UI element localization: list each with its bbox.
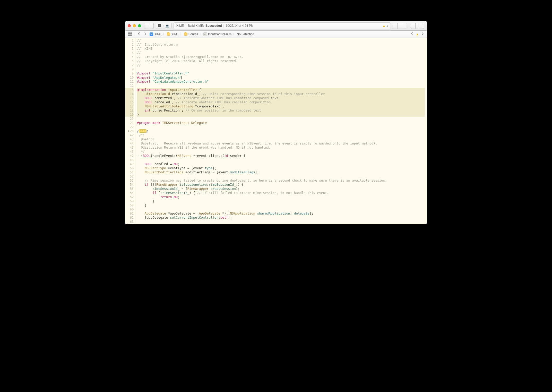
- project-icon: ⌘: [150, 32, 153, 36]
- jump-bar: | ⌘XIME〉XIME〉Source〉mInputController.m〉N…: [125, 31, 427, 38]
- previous-issue-button[interactable]: [409, 32, 415, 37]
- text-cursor: [182, 76, 182, 79]
- xcode-window: 🅰︎ › 💻 XIME | Build XIME: Succeeded | 10…: [125, 21, 427, 224]
- jump-bar-item[interactable]: mInputController.m: [203, 32, 232, 36]
- status-action: Build XIME:: [188, 24, 204, 28]
- source-editor[interactable]: 1234567891011121314151617181920212223424…: [125, 38, 427, 224]
- run-stop-segment: [145, 23, 154, 29]
- next-issue-button[interactable]: [420, 32, 425, 37]
- editor-mode-segment: [393, 23, 406, 29]
- scheme-selector[interactable]: 🅰︎ › 💻: [156, 23, 171, 29]
- toggle-navigator-button[interactable]: [411, 23, 415, 29]
- app-icon: 🅰︎: [158, 24, 161, 28]
- code-fold-indicator[interactable]: •••: [139, 129, 146, 133]
- issues-badge[interactable]: ▲ 1: [383, 24, 388, 27]
- stop-button[interactable]: [149, 23, 154, 29]
- warning-count: 1: [386, 24, 388, 27]
- mfile-icon: m: [203, 32, 207, 36]
- toolbar: 🅰︎ › 💻 XIME | Build XIME: Succeeded | 10…: [125, 21, 427, 31]
- jump-bar-item-label: No Selection: [237, 32, 254, 36]
- jump-bar-item-label: XIME: [171, 32, 179, 36]
- activity-status[interactable]: XIME | Build XIME: Succeeded | 10/27/14 …: [174, 22, 391, 29]
- folder-icon: [184, 33, 187, 36]
- line-number-gutter: 1234567891011121314151617181920212223424…: [125, 38, 135, 224]
- standard-editor-button[interactable]: [393, 23, 397, 29]
- warning-icon: ▲: [383, 24, 385, 27]
- jump-bar-item[interactable]: XIME: [166, 32, 179, 36]
- warning-icon: ▲: [416, 32, 419, 36]
- zoom-window-button[interactable]: [138, 24, 141, 27]
- go-back-button[interactable]: [136, 32, 142, 37]
- close-window-button[interactable]: [128, 24, 131, 27]
- assistant-editor-button[interactable]: [397, 23, 402, 29]
- destination-icon: 💻: [165, 24, 169, 28]
- minimize-window-button[interactable]: [133, 24, 136, 27]
- toggle-utilities-button[interactable]: [420, 23, 424, 29]
- chevron-left-icon: [411, 32, 413, 35]
- chevron-right-icon: [144, 32, 146, 35]
- toggle-debug-area-button[interactable]: [415, 23, 420, 29]
- jump-bar-item[interactable]: ⌘XIME: [149, 32, 162, 36]
- chevron-right-icon: [421, 32, 424, 35]
- jump-bar-item[interactable]: Source: [184, 32, 199, 36]
- jump-bar-item-label: Source: [188, 32, 198, 36]
- status-time: 10/27/14 at 4:24 PM: [226, 24, 254, 28]
- related-items-button[interactable]: [127, 32, 133, 37]
- version-editor-button[interactable]: [402, 23, 406, 29]
- jump-bar-item-label: InputController.m: [208, 32, 231, 36]
- go-forward-button[interactable]: [143, 32, 148, 37]
- status-project: XIME: [176, 24, 184, 28]
- window-controls: [128, 24, 141, 27]
- run-button[interactable]: [145, 23, 149, 29]
- jump-bar-path: ⌘XIME〉XIME〉Source〉mInputController.m〉No …: [149, 32, 255, 36]
- chevron-left-icon: [138, 32, 140, 35]
- status-result: Succeeded: [205, 24, 222, 28]
- code-area[interactable]: //// InputController.m// XIME//// Create…: [135, 38, 427, 224]
- jump-bar-item-label: XIME: [154, 32, 162, 36]
- folder-icon: [167, 33, 170, 36]
- view-panes-segment: [411, 23, 424, 29]
- jump-bar-item[interactable]: No Selection: [236, 32, 255, 36]
